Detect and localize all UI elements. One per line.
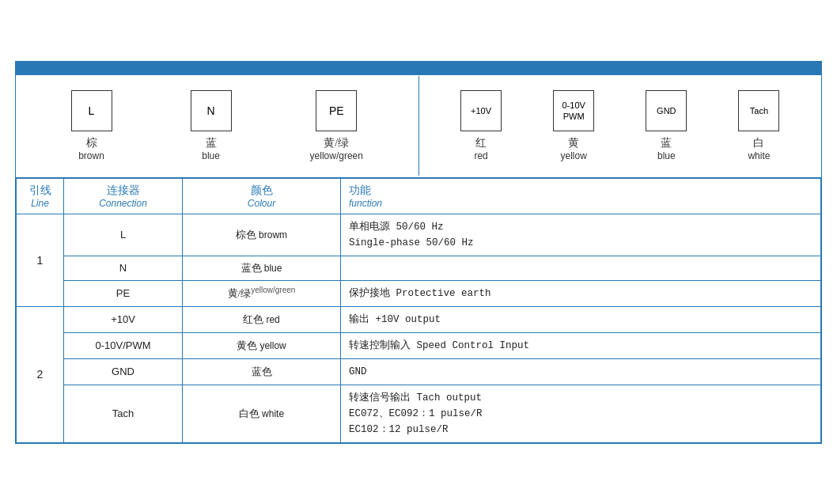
connector-box: 0-10VPWM bbox=[553, 90, 594, 131]
function-cell: 转速控制输入 Speed Control Input bbox=[341, 332, 821, 358]
connector-box: L bbox=[71, 90, 112, 131]
connector-item: L 棕 brown bbox=[71, 90, 112, 161]
col-colour-header: 颜色 Colour bbox=[183, 178, 341, 214]
connector-box: PE bbox=[316, 90, 357, 131]
connector-label: 白 white bbox=[748, 136, 770, 161]
connector-item: PE 黄/绿 yellow/green bbox=[310, 90, 363, 161]
diagram-row: L 棕 brown N 蓝 blue PE 黄/绿 yellow/green +… bbox=[16, 75, 821, 178]
connection-cell: GND bbox=[64, 358, 183, 385]
line2-connectors: +10V 红 red 0-10VPWM 黄 yellow GND 蓝 blue … bbox=[419, 76, 822, 176]
colour-cell: 黄/绿yellow/green bbox=[183, 280, 341, 306]
connector-label: 黄/绿 yellow/green bbox=[310, 136, 363, 161]
connection-cell: PE bbox=[64, 280, 183, 306]
colour-cell: 棕色 browm bbox=[183, 214, 341, 256]
table-row: GND蓝色GND bbox=[17, 358, 821, 385]
connector-label: 蓝 blue bbox=[202, 136, 220, 161]
table-row: 0-10V/PWM黄色 yellow转速控制输入 Speed Control I… bbox=[17, 332, 821, 358]
connector-item: GND 蓝 blue bbox=[646, 90, 687, 161]
connector-box: Tach bbox=[738, 90, 779, 131]
line1-header bbox=[16, 62, 419, 74]
connection-cell: L bbox=[64, 214, 183, 256]
col-line-header: 引线 Line bbox=[17, 178, 64, 214]
connector-item: +10V 红 red bbox=[460, 90, 502, 161]
connector-label: 红 red bbox=[474, 136, 487, 161]
function-cell: 保护接地 Protective earth bbox=[341, 280, 821, 306]
connector-item: Tach 白 white bbox=[738, 90, 779, 161]
connector-box: +10V bbox=[460, 90, 502, 131]
connector-box: GND bbox=[646, 90, 687, 131]
colour-cell: 蓝色 bbox=[183, 358, 341, 385]
connection-cell: 0-10V/PWM bbox=[64, 332, 183, 358]
table-header-row: 引线 Line 连接器 Connection 颜色 Colour 功能 func… bbox=[17, 178, 821, 214]
colour-cell: 白色 white bbox=[183, 385, 341, 442]
function-cell: GND bbox=[341, 358, 821, 385]
function-cell: 输出 +10V output bbox=[341, 306, 821, 332]
col-func-header: 功能 function bbox=[341, 178, 821, 214]
col-conn-header: 连接器 Connection bbox=[64, 178, 183, 214]
data-table: 引线 Line 连接器 Connection 颜色 Colour 功能 func… bbox=[16, 178, 821, 443]
colour-cell: 黄色 yellow bbox=[183, 332, 341, 358]
table-row: N蓝色 blue bbox=[17, 256, 821, 280]
function-cell bbox=[341, 256, 821, 280]
function-cell: 单相电源 50/60 HzSingle-phase 50/60 Hz bbox=[341, 214, 821, 256]
table-row: 2+10V红色 red输出 +10V output bbox=[17, 306, 821, 332]
connector-label: 蓝 blue bbox=[657, 136, 676, 161]
table-row: 1L棕色 browm单相电源 50/60 HzSingle-phase 50/6… bbox=[17, 214, 821, 256]
connection-cell: N bbox=[64, 256, 183, 280]
connector-label: 黄 yellow bbox=[561, 136, 587, 161]
line2-header bbox=[419, 62, 822, 74]
table-row: PE黄/绿yellow/green保护接地 Protective earth bbox=[17, 280, 821, 306]
header-row bbox=[16, 62, 821, 75]
line1-connectors: L 棕 brown N 蓝 blue PE 黄/绿 yellow/green bbox=[16, 76, 419, 176]
data-table-wrapper: 引线 Line 连接器 Connection 颜色 Colour 功能 func… bbox=[16, 178, 821, 443]
line-cell: 1 bbox=[17, 214, 64, 306]
connection-cell: +10V bbox=[64, 306, 183, 332]
connector-item: N 蓝 blue bbox=[191, 90, 232, 161]
colour-cell: 蓝色 blue bbox=[183, 256, 341, 280]
connector-box: N bbox=[191, 90, 232, 131]
line-cell: 2 bbox=[17, 306, 64, 442]
function-cell: 转速信号输出 Tach outputEC072、EC092：1 pulse/RE… bbox=[341, 385, 821, 442]
connector-label: 棕 brown bbox=[78, 136, 104, 161]
connection-cell: Tach bbox=[64, 385, 183, 442]
connector-item: 0-10VPWM 黄 yellow bbox=[553, 90, 594, 161]
table-row: Tach白色 white转速信号输出 Tach outputEC072、EC09… bbox=[17, 385, 821, 442]
colour-cell: 红色 red bbox=[183, 306, 341, 332]
